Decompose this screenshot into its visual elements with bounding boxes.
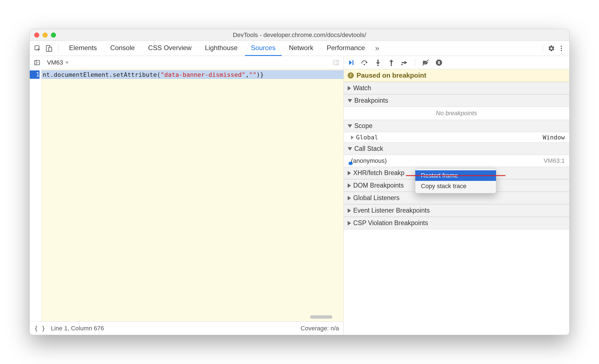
svg-point-3	[561, 46, 562, 47]
panel-label: Watch	[353, 84, 371, 92]
svg-rect-9	[334, 60, 339, 65]
kebab-menu-icon[interactable]	[556, 43, 566, 53]
svg-point-21	[391, 65, 392, 66]
coverage-status: Coverage: n/a	[301, 325, 339, 332]
context-menu: Restart frame Copy stack trace	[415, 168, 496, 193]
horizontal-scrollbar[interactable]	[310, 315, 332, 319]
svg-marker-12	[349, 60, 352, 65]
scope-global-row[interactable]: Global Window	[344, 132, 569, 142]
svg-marker-19	[389, 60, 393, 62]
navigator-toggle-icon[interactable]	[32, 58, 42, 68]
svg-marker-17	[376, 62, 380, 65]
tab-performance[interactable]: Performance	[321, 41, 371, 56]
debugger-toolbar	[344, 56, 569, 69]
chevron-right-icon	[348, 183, 351, 188]
settings-icon[interactable]	[546, 43, 556, 53]
step-icon[interactable]	[401, 58, 409, 67]
toolbar-separator	[543, 44, 543, 53]
panel-call-stack[interactable]: Call Stack	[344, 142, 569, 155]
panel-event-listener-breakpoints[interactable]: Event Listener Breakpoints	[344, 204, 569, 217]
file-tabbar: VM63 ×	[30, 56, 343, 69]
devtools-window: DevTools - developer.chrome.com/docs/dev…	[30, 29, 569, 335]
svg-point-15	[364, 64, 365, 65]
pause-on-exceptions-icon[interactable]	[435, 58, 443, 67]
tab-css-overview[interactable]: CSS Overview	[142, 41, 198, 56]
close-window-button[interactable]	[34, 33, 39, 38]
context-menu-restart-frame[interactable]: Restart frame	[415, 170, 496, 181]
panel-watch[interactable]: Watch	[344, 82, 569, 94]
svg-rect-13	[352, 60, 353, 65]
code-line[interactable]: nt.documentElement.setAttribute("data-ba…	[41, 70, 343, 79]
resume-icon[interactable]	[347, 58, 355, 67]
annotation-strike	[406, 175, 505, 176]
frame-location: VM63:1	[544, 157, 565, 164]
scope-label: Global	[356, 134, 378, 141]
svg-marker-23	[404, 61, 407, 64]
panel-breakpoints[interactable]: Breakpoints	[344, 94, 569, 107]
sources-pane: VM63 × 1 nt.documentElement.setAttribute…	[30, 56, 344, 335]
more-tabs-icon[interactable]: »	[372, 43, 382, 53]
close-file-tab-icon[interactable]: ×	[65, 59, 68, 66]
tab-console[interactable]: Console	[104, 41, 141, 56]
scope-value: Window	[543, 134, 565, 141]
panel-label: XHR/fetch Breakp	[353, 169, 404, 177]
panel-global-listeners[interactable]: Global Listeners	[344, 192, 569, 204]
panel-scope[interactable]: Scope	[344, 120, 569, 132]
chevron-down-icon	[348, 147, 352, 151]
tab-elements[interactable]: Elements	[63, 41, 103, 56]
tab-label: Console	[110, 44, 135, 52]
tab-sources[interactable]: Sources	[245, 41, 282, 56]
context-menu-copy-stack-trace[interactable]: Copy stack trace	[415, 181, 496, 191]
chevron-down-icon	[348, 99, 352, 102]
tab-lighthouse[interactable]: Lighthouse	[199, 41, 244, 56]
chevron-right-icon	[348, 171, 351, 175]
svg-marker-11	[335, 62, 336, 63]
svg-rect-28	[438, 61, 439, 64]
paused-label: Paused on breakpoint	[357, 72, 426, 79]
panel-label: Breakpoints	[354, 97, 388, 104]
svg-rect-6	[35, 60, 40, 65]
code-content[interactable]: nt.documentElement.setAttribute("data-ba…	[41, 69, 343, 321]
tab-label: Sources	[251, 44, 276, 52]
chevron-right-icon	[348, 196, 351, 200]
panel-label: Global Listeners	[353, 194, 399, 202]
chevron-right-icon	[348, 221, 351, 225]
chevron-down-icon	[348, 124, 352, 128]
step-out-icon[interactable]	[387, 58, 396, 67]
svg-marker-30	[349, 161, 353, 166]
main-area: VM63 × 1 nt.documentElement.setAttribute…	[30, 56, 569, 335]
chevron-right-icon	[348, 208, 351, 213]
step-over-icon[interactable]	[360, 58, 369, 67]
call-stack-frame[interactable]: (anonymous) VM63:1	[344, 155, 569, 167]
devtools-toolbar: Elements Console CSS Overview Lighthouse…	[30, 41, 569, 56]
tab-label: Performance	[327, 44, 365, 52]
paused-banner: i Paused on breakpoint	[344, 69, 569, 82]
code-editor[interactable]: 1 nt.documentElement.setAttribute("data-…	[30, 69, 343, 321]
svg-rect-20	[391, 62, 392, 65]
tab-label: Network	[289, 44, 313, 52]
window-title: DevTools - developer.chrome.com/docs/dev…	[34, 31, 565, 39]
pretty-print-icon[interactable]: { }	[34, 325, 45, 332]
tab-label: CSS Overview	[148, 44, 192, 52]
debugger-pane: i Paused on breakpoint Watch Breakpoints…	[344, 56, 569, 335]
maximize-window-button[interactable]	[51, 33, 56, 38]
step-into-icon[interactable]	[374, 58, 382, 67]
frame-name: (anonymous)	[351, 157, 387, 164]
panel-label: DOM Breakpoints	[353, 182, 404, 189]
minimize-window-button[interactable]	[43, 33, 48, 38]
line-number[interactable]: 1	[30, 70, 40, 79]
svg-marker-8	[37, 62, 38, 63]
info-icon: i	[348, 72, 354, 78]
deactivate-breakpoints-icon[interactable]	[421, 58, 430, 67]
toolbar-separator	[58, 44, 58, 53]
file-tab-vm63[interactable]: VM63 ×	[45, 59, 71, 66]
traffic-lights	[34, 33, 56, 38]
panel-label: CSP Violation Breakpoints	[353, 219, 428, 227]
tab-network[interactable]: Network	[283, 41, 320, 56]
panel-label: Call Stack	[354, 145, 383, 153]
panel-csp-breakpoints[interactable]: CSP Violation Breakpoints	[344, 217, 569, 229]
toolbar-separator	[415, 59, 415, 67]
inspect-element-icon[interactable]	[33, 43, 43, 53]
snippets-toggle-icon[interactable]	[331, 58, 341, 68]
device-toolbar-icon[interactable]	[44, 43, 54, 53]
